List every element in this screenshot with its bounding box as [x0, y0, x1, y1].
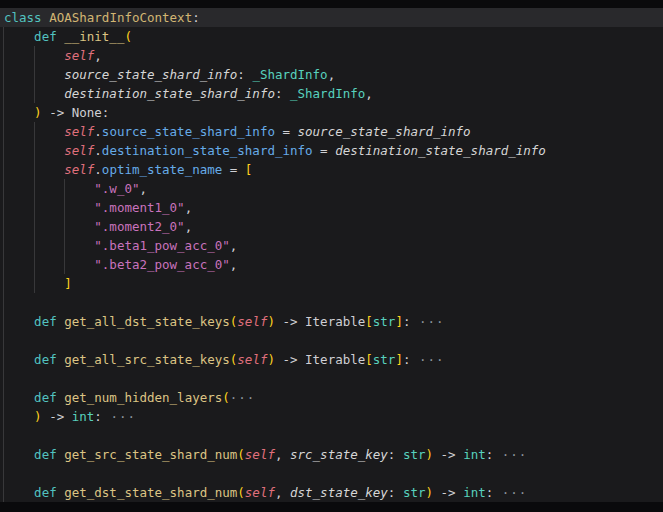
folded-code-ellipsis[interactable]: ···	[102, 409, 136, 424]
code-line-12[interactable]: ".moment2_0",	[0, 217, 663, 236]
code-line-6[interactable]: ) -> None:	[0, 103, 663, 122]
code-token: )	[34, 409, 42, 424]
code-token	[4, 181, 94, 196]
folded-code-ellipsis[interactable]: ···	[230, 390, 256, 405]
folded-code-ellipsis[interactable]: ···	[410, 352, 444, 367]
code-line-4[interactable]: source_state_shard_info: _ShardInfo,	[0, 65, 663, 84]
code-token: self	[237, 352, 267, 367]
folded-code-ellipsis[interactable]: ···	[493, 485, 527, 500]
code-token: )	[34, 105, 42, 120]
code-line-23[interactable]	[0, 426, 663, 445]
code-token	[4, 485, 34, 500]
code-token	[4, 447, 34, 462]
code-token: ->	[433, 485, 463, 500]
code-token: :	[192, 10, 200, 25]
code-token: dst_state_key	[290, 485, 388, 500]
code-token: source_state_shard_info	[102, 124, 275, 139]
code-token: ,	[328, 67, 336, 82]
code-token: [	[365, 314, 373, 329]
code-line-14[interactable]: ".beta2_pow_acc_0",	[0, 255, 663, 274]
code-line-24[interactable]: def get_src_state_shard_num(self, src_st…	[0, 445, 663, 464]
code-token: ,	[94, 48, 102, 63]
code-line-20[interactable]	[0, 369, 663, 388]
code-token: destination_state_shard_info	[102, 143, 313, 158]
code-token: source_state_shard_info	[298, 124, 471, 139]
code-line-18[interactable]	[0, 331, 663, 350]
code-line-10[interactable]: ".w_0",	[0, 179, 663, 198]
code-token: optim_state_name	[102, 162, 222, 177]
code-token: get_num_hidden_layers	[64, 390, 222, 405]
code-line-16[interactable]	[0, 293, 663, 312]
code-token: self	[245, 485, 275, 500]
code-token: self	[64, 143, 94, 158]
code-line-25[interactable]	[0, 464, 663, 483]
code-token: ,	[139, 181, 147, 196]
code-token: def	[34, 29, 57, 44]
code-token: ]	[395, 314, 403, 329]
code-token: ,	[230, 238, 238, 253]
code-line-15[interactable]: ]	[0, 274, 663, 293]
code-token	[4, 105, 34, 120]
code-token: str	[403, 447, 426, 462]
code-token: (	[222, 390, 230, 405]
code-token: )	[426, 485, 434, 500]
code-token: self	[64, 162, 94, 177]
code-token: .	[94, 143, 102, 158]
code-token	[4, 200, 94, 215]
code-token: :	[237, 67, 252, 82]
code-token: def	[34, 390, 57, 405]
code-token: __init__	[64, 29, 124, 44]
code-token: src_state_key	[290, 447, 388, 462]
code-token: str	[373, 352, 396, 367]
code-token: class	[4, 10, 42, 25]
code-token: self	[64, 124, 94, 139]
code-token: )	[267, 352, 275, 367]
code-line-8[interactable]: self.destination_state_shard_info = dest…	[0, 141, 663, 160]
code-token: def	[34, 314, 57, 329]
folded-code-ellipsis[interactable]: ···	[493, 447, 527, 462]
code-line-5[interactable]: destination_state_shard_info: _ShardInfo…	[0, 84, 663, 103]
code-token: ".beta2_pow_acc_0"	[94, 257, 229, 272]
code-token: (	[124, 29, 132, 44]
code-token: ,	[365, 86, 373, 101]
code-line-17[interactable]: def get_all_dst_state_keys(self) -> Iter…	[0, 312, 663, 331]
code-token	[4, 219, 94, 234]
code-line-22[interactable]: ) -> int: ···	[0, 407, 663, 426]
code-token: get_all_src_state_keys	[64, 352, 230, 367]
code-token: (	[237, 485, 245, 500]
code-token: ,	[275, 485, 290, 500]
code-token	[4, 67, 64, 82]
code-token: _ShardInfo	[252, 67, 327, 82]
code-token: )	[426, 447, 434, 462]
code-token: :	[94, 409, 102, 424]
folded-code-ellipsis[interactable]: ···	[410, 314, 444, 329]
code-line-7[interactable]: self.source_state_shard_info = source_st…	[0, 122, 663, 141]
code-line-2[interactable]: def __init__(	[0, 27, 663, 46]
code-token: self	[237, 314, 267, 329]
code-token: get_dst_state_shard_num	[64, 485, 237, 500]
code-line-19[interactable]: def get_all_src_state_keys(self) -> Iter…	[0, 350, 663, 369]
code-token: =	[275, 124, 298, 139]
code-token	[4, 48, 64, 63]
code-line-13[interactable]: ".beta1_pow_acc_0",	[0, 236, 663, 255]
code-editor-window: class AOAShardInfoContext: def __init__(…	[0, 0, 663, 512]
code-token: def	[34, 352, 57, 367]
code-token: ".moment2_0"	[94, 219, 184, 234]
code-token: [	[365, 352, 373, 367]
code-token: .	[94, 162, 102, 177]
code-token: str	[403, 485, 426, 500]
code-line-1[interactable]: class AOAShardInfoContext:	[0, 8, 663, 27]
code-line-11[interactable]: ".moment1_0",	[0, 198, 663, 217]
code-line-26[interactable]: def get_dst_state_shard_num(self, dst_st…	[0, 483, 663, 502]
editor-pane[interactable]: class AOAShardInfoContext: def __init__(…	[0, 8, 663, 502]
code-token	[4, 257, 94, 272]
code-token	[4, 409, 34, 424]
code-token	[4, 314, 34, 329]
code-line-9[interactable]: self.optim_state_name = [	[0, 160, 663, 179]
code-token: ->	[42, 409, 72, 424]
code-line-21[interactable]: def get_num_hidden_layers(···	[0, 388, 663, 407]
code-token	[4, 86, 64, 101]
code-token	[4, 124, 64, 139]
code-line-3[interactable]: self,	[0, 46, 663, 65]
code-token: .	[94, 124, 102, 139]
